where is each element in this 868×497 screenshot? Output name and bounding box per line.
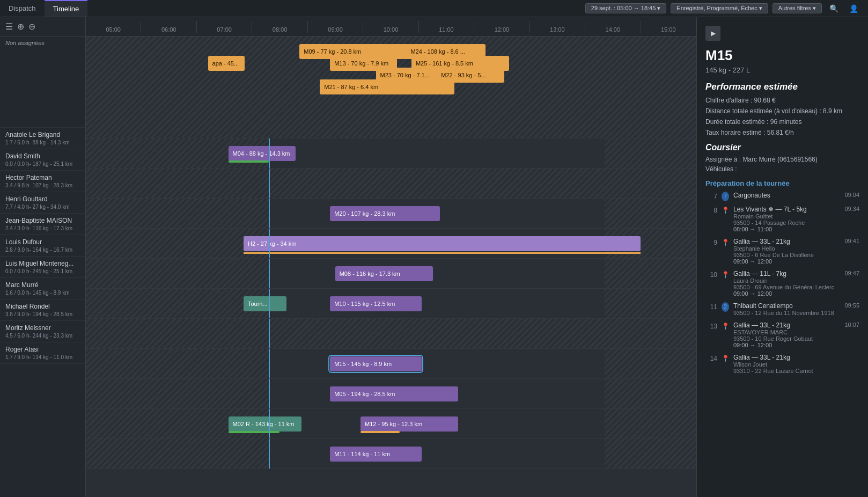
time-label: 09:00 — [308, 21, 363, 33]
orange-progress-bar — [244, 252, 641, 254]
task-bar[interactable]: Tourn... — [244, 296, 286, 311]
tour-stop[interactable]: 8 📍 Les Vivants ❄ — 7L - 5kg Romain Guit… — [705, 206, 859, 232]
tour-stop-time-right: 09:55 — [844, 302, 859, 309]
assigned-row: Assignée à : Marc Murré (0615691566) — [705, 156, 859, 163]
unassigned-task-bar[interactable]: apa - 45... — [208, 56, 245, 71]
courier-stats: 7.7 / 4.0 h- 27 kg - 34.0 km — [5, 204, 80, 210]
task-bar[interactable]: M04 - 88 kg - 14.3 km — [229, 146, 296, 161]
tour-stop-num: 11 — [705, 302, 717, 311]
tour-stop-subname: Romain Guittet — [733, 213, 840, 220]
perf-title: Performance estimée — [705, 82, 859, 92]
time-label: 11:00 — [419, 21, 474, 33]
task-bar[interactable]: M11 - 114 kg - 11 km — [330, 447, 422, 462]
tour-stop-name: Gallia — 33L - 21kg — [733, 321, 840, 329]
other-filters-btn[interactable]: Autres filtres ▾ — [773, 3, 822, 13]
courier-item[interactable]: Michael Rondel 3.8 / 9.0 h- 194 kg - 28.… — [0, 299, 85, 321]
tour-stop[interactable]: 10 📍 Gallia — 11L - 7kg Laura Drouin 935… — [705, 270, 859, 297]
unassigned-task-bar[interactable]: M21 - 87 kg - 6.4 km — [320, 79, 454, 94]
tour-stop-num: 10 — [705, 270, 717, 279]
task-bar[interactable]: H2 - 27 kg - 34 km — [244, 236, 641, 251]
time-label: 07:00 — [197, 21, 252, 33]
tour-stop-subname: ESTAVOYER MARC — [733, 329, 840, 335]
tour-stop-name: Gallia — 33L - 21kg — [733, 354, 859, 361]
tour-prep-title: Préparation de la tournée — [705, 179, 859, 187]
tour-stop-time-range: 09:00 → 12:00 — [733, 290, 840, 297]
tour-stop-addr: 93500 - 12 Rue du 11 Novembre 1918 — [733, 310, 840, 316]
courier-item[interactable]: Luis Miguel Monteneg... 0.0 / 0.0 h- 245… — [0, 257, 85, 278]
courier-name: Michael Rondel — [5, 303, 80, 310]
timeline-scroll[interactable]: M09 - 77 kg - 20.8 kmM13 - 70 kg - 7.9 k… — [86, 36, 696, 497]
tour-stop-time-right: 09:41 — [844, 238, 859, 244]
date-range-btn[interactable]: 29 sept. : 05:00 → 18:45 ▾ — [585, 3, 667, 13]
tab-timeline[interactable]: Timeline — [45, 0, 88, 17]
progress-fill — [229, 160, 269, 163]
tour-stop[interactable]: 14 📍 Gallia — 33L - 21kg Wilson Jouet 93… — [705, 354, 859, 374]
courier-item[interactable]: Anatole Le Brigand 1.7 / 6.0 h- 88 kg - … — [0, 128, 85, 149]
task-bar[interactable]: M20 - 107 kg - 28.3 km — [330, 206, 440, 221]
task-bar[interactable]: M08 - 116 kg - 17.3 km — [335, 266, 433, 281]
courier-timeline-row: Tourn...M10 - 115 kg - 12.5 km — [86, 289, 696, 319]
rp-subtitle: 145 kg - 227 L — [705, 66, 859, 74]
courier-item[interactable]: Henri Gouttard 7.7 / 4.0 h- 27 kg - 34.0… — [0, 192, 85, 214]
tour-stop-addr: 93310 - 22 Rue Lazare Carnot — [733, 368, 859, 374]
tab-dispatch[interactable]: Dispatch — [0, 0, 45, 17]
search-icon-btn[interactable]: 🔍 — [826, 3, 842, 14]
courier-stats: 2.8 / 9.0 h- 164 kg - 16.7 km — [5, 247, 80, 253]
courier-item[interactable]: Moritz Meissner 4.5 / 6.0 h- 244 kg - 23… — [0, 321, 85, 342]
user-icon-btn[interactable]: 👤 — [846, 3, 862, 14]
courier-timeline-row: M04 - 88 kg - 14.3 km — [86, 138, 696, 169]
tour-stop[interactable]: 13 📍 Gallia — 33L - 21kg ESTAVOYER MARC … — [705, 321, 859, 348]
time-cursor — [269, 289, 270, 318]
duree-row: Durée totale estimée : 96 minutes — [705, 118, 859, 126]
tour-stop-name: Cargonautes — [733, 192, 840, 199]
tour-stop[interactable]: 9 📍 Gallia — 33L - 21kg Stephanie Hello … — [705, 238, 859, 265]
tour-stop-addr: 93500 - 14 Passage Roche — [733, 220, 840, 226]
courier-item[interactable]: Jean-Baptiste MAISON 2.4 / 3.0 h- 116 kg… — [0, 214, 85, 235]
time-cursor — [269, 379, 270, 408]
tour-stop-time-right: 10:07 — [844, 321, 859, 328]
pin-icon: 📍 — [722, 239, 730, 246]
zoom-in-icon[interactable]: ⊕ — [17, 21, 24, 32]
task-bar[interactable]: M02 R - 143 kg - 11 km — [229, 416, 302, 432]
tour-stop-addr: 93500 - 69 Avenue du Général Leclerc — [733, 284, 840, 290]
courier-timeline-row: M08 - 116 kg - 17.3 km — [86, 259, 696, 289]
time-cursor — [269, 229, 270, 258]
status-filter-btn[interactable]: Enregistré, Programmé, Échec ▾ — [671, 3, 768, 13]
zoom-out-icon[interactable]: ⊖ — [28, 21, 35, 32]
tour-stop-subname: Laura Drouin — [733, 277, 840, 284]
courier-item[interactable]: David Smith 0.0 / 0.0 h- 187 kg - 25.1 k… — [0, 149, 85, 171]
tour-stop[interactable]: 11 2 Thibault Cenatiempo 93500 - 12 Rue … — [705, 302, 859, 316]
task-bar[interactable]: M10 - 115 kg - 12.5 km — [330, 296, 422, 311]
task-bar[interactable]: M05 - 194 kg - 28.5 km — [330, 386, 458, 401]
tour-stop-num: 14 — [705, 354, 717, 362]
courier-name: Moritz Meissner — [5, 324, 80, 332]
task-bar[interactable]: M15 - 145 kg - 8.9 km — [330, 356, 422, 371]
unassigned-task-bar[interactable]: M22 - 93 kg - 5... — [437, 68, 504, 83]
courier-item[interactable]: Roger Atasi 1.7 / 9.0 h- 114 kg - 11.0 k… — [0, 342, 85, 364]
tour-stop-icon: 📍 — [722, 323, 729, 330]
menu-icon[interactable]: ☰ — [5, 21, 13, 32]
sidebar: ☰ ⊕ ⊖ Non assignées Anatole Le Brigand 1… — [0, 17, 86, 497]
time-cursor — [269, 319, 270, 348]
tour-stop-name: Thibault Cenatiempo — [733, 302, 840, 310]
courier-item[interactable]: Louis Dufour 2.8 / 9.0 h- 164 kg - 16.7 … — [0, 235, 85, 257]
tour-stop[interactable]: 7 7 Cargonautes 09:04 — [705, 192, 859, 200]
courier-item[interactable]: Hector Pateman 3.4 / 9.8 h- 107 kg - 28.… — [0, 171, 85, 192]
time-label: 05:00 — [86, 21, 141, 33]
tour-stop-icon: 📍 — [722, 207, 729, 214]
topbar: Dispatch Timeline 29 sept. : 05:00 → 18:… — [0, 0, 868, 17]
right-panel: ▶ M15 145 kg - 227 L Performance estimée… — [696, 17, 868, 497]
courier-stats: 3.8 / 9.0 h- 194 kg - 28.5 km — [5, 311, 80, 317]
courier-timeline-row: M11 - 114 kg - 11 km — [86, 439, 696, 469]
play-button[interactable]: ▶ — [705, 26, 720, 41]
courier-name: Hector Pateman — [5, 174, 80, 181]
pin-icon: 📍 — [722, 355, 730, 362]
time-cursor — [269, 409, 270, 438]
courier-item[interactable]: Marc Murré 1.6 / 0.0 h- 145 kg - 8.9 km — [0, 278, 85, 299]
time-header: 05:0006:0007:0008:0009:0010:0011:0012:00… — [86, 17, 696, 36]
courier-stats: 1.6 / 0.0 h- 145 kg - 8.9 km — [5, 290, 80, 296]
unassigned-row: M09 - 77 kg - 20.8 kmM13 - 70 kg - 7.9 k… — [86, 36, 696, 138]
tour-stop-content: Cargonautes — [733, 192, 840, 199]
task-bar[interactable]: M12 - 95 kg - 12.3 km — [361, 416, 458, 432]
courier-stats: 2.4 / 3.0 h- 116 kg - 17.3 km — [5, 225, 80, 231]
